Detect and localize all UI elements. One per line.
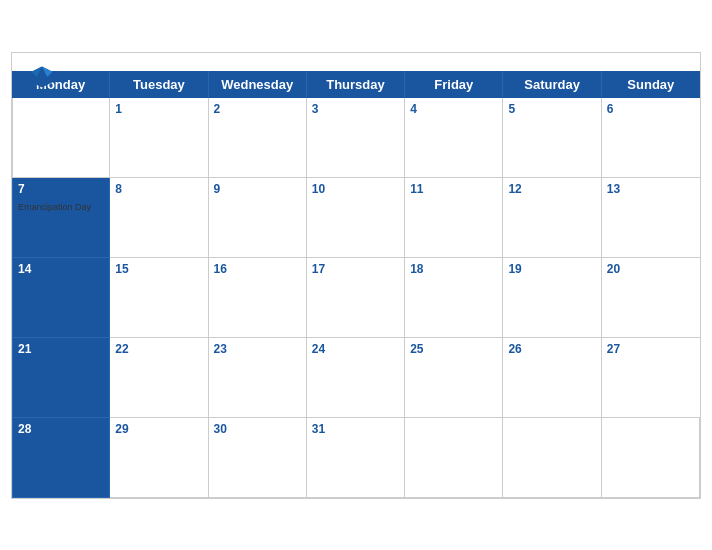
day-number: 27 xyxy=(607,342,695,356)
day-cell xyxy=(602,418,700,498)
day-cell: 24 xyxy=(307,338,405,418)
day-cell: 27 xyxy=(602,338,700,418)
day-number: 10 xyxy=(312,182,399,196)
day-cell: 1 xyxy=(110,98,208,178)
day-number: 12 xyxy=(508,182,595,196)
day-header-friday: Friday xyxy=(405,71,503,98)
day-number: 15 xyxy=(115,262,202,276)
day-header-wednesday: Wednesday xyxy=(209,71,307,98)
day-number: 2 xyxy=(214,102,301,116)
day-number: 3 xyxy=(312,102,399,116)
day-number: 21 xyxy=(18,342,104,356)
day-cell: 29 xyxy=(110,418,208,498)
day-cell xyxy=(503,418,601,498)
day-cell: 3 xyxy=(307,98,405,178)
day-header-monday: Monday xyxy=(12,71,110,98)
day-cell: 2 xyxy=(209,98,307,178)
day-number: 30 xyxy=(214,422,301,436)
day-number: 23 xyxy=(214,342,301,356)
day-headers: MondayTuesdayWednesdayThursdayFridaySatu… xyxy=(12,71,700,98)
day-number: 22 xyxy=(115,342,202,356)
day-cell: 21 xyxy=(12,338,110,418)
day-number: 6 xyxy=(607,102,695,116)
logo-icon xyxy=(28,63,56,91)
day-number: 8 xyxy=(115,182,202,196)
day-cell: 12 xyxy=(503,178,601,258)
calendar-body: 1234567Emancipation Day89101112131415161… xyxy=(12,98,700,498)
week-row-1: 123456 xyxy=(12,98,700,178)
day-number: 19 xyxy=(508,262,595,276)
day-number: 28 xyxy=(18,422,104,436)
day-number: 5 xyxy=(508,102,595,116)
day-number: 29 xyxy=(115,422,202,436)
day-cell: 20 xyxy=(602,258,700,338)
holiday-label: Emancipation Day xyxy=(18,202,91,212)
day-number: 13 xyxy=(607,182,695,196)
day-cell xyxy=(405,418,503,498)
day-header-tuesday: Tuesday xyxy=(110,71,208,98)
week-row-2: 7Emancipation Day8910111213 xyxy=(12,178,700,258)
day-header-thursday: Thursday xyxy=(307,71,405,98)
day-cell: 14 xyxy=(12,258,110,338)
calendar-header xyxy=(12,53,700,71)
day-cell: 23 xyxy=(209,338,307,418)
day-cell: 22 xyxy=(110,338,208,418)
day-number: 16 xyxy=(214,262,301,276)
day-cell: 8 xyxy=(110,178,208,258)
day-cell: 9 xyxy=(209,178,307,258)
day-number: 20 xyxy=(607,262,695,276)
day-cell: 17 xyxy=(307,258,405,338)
day-number: 26 xyxy=(508,342,595,356)
day-cell: 10 xyxy=(307,178,405,258)
day-number: 7 xyxy=(18,182,104,196)
day-cell: 11 xyxy=(405,178,503,258)
day-cell: 25 xyxy=(405,338,503,418)
day-cell: 18 xyxy=(405,258,503,338)
day-number: 9 xyxy=(214,182,301,196)
day-cell: 31 xyxy=(307,418,405,498)
svg-marker-0 xyxy=(32,66,53,87)
day-number: 4 xyxy=(410,102,497,116)
day-header-sunday: Sunday xyxy=(602,71,700,98)
day-number: 1 xyxy=(115,102,202,116)
day-number: 24 xyxy=(312,342,399,356)
day-number: 11 xyxy=(410,182,497,196)
day-number: 18 xyxy=(410,262,497,276)
week-row-4: 21222324252627 xyxy=(12,338,700,418)
day-number: 17 xyxy=(312,262,399,276)
day-cell: 15 xyxy=(110,258,208,338)
day-number: 25 xyxy=(410,342,497,356)
day-cell: 26 xyxy=(503,338,601,418)
day-cell: 6 xyxy=(602,98,700,178)
week-row-3: 14151617181920 xyxy=(12,258,700,338)
logo-area xyxy=(28,63,60,91)
calendar-container: MondayTuesdayWednesdayThursdayFridaySatu… xyxy=(11,52,701,499)
day-cell: 16 xyxy=(209,258,307,338)
day-cell xyxy=(12,98,110,178)
week-row-5: 28293031 xyxy=(12,418,700,498)
day-cell: 7Emancipation Day xyxy=(12,178,110,258)
day-cell: 4 xyxy=(405,98,503,178)
day-cell: 19 xyxy=(503,258,601,338)
day-cell: 30 xyxy=(209,418,307,498)
day-cell: 5 xyxy=(503,98,601,178)
day-header-saturday: Saturday xyxy=(503,71,601,98)
day-cell: 28 xyxy=(12,418,110,498)
day-number: 31 xyxy=(312,422,399,436)
day-number: 14 xyxy=(18,262,104,276)
day-cell: 13 xyxy=(602,178,700,258)
